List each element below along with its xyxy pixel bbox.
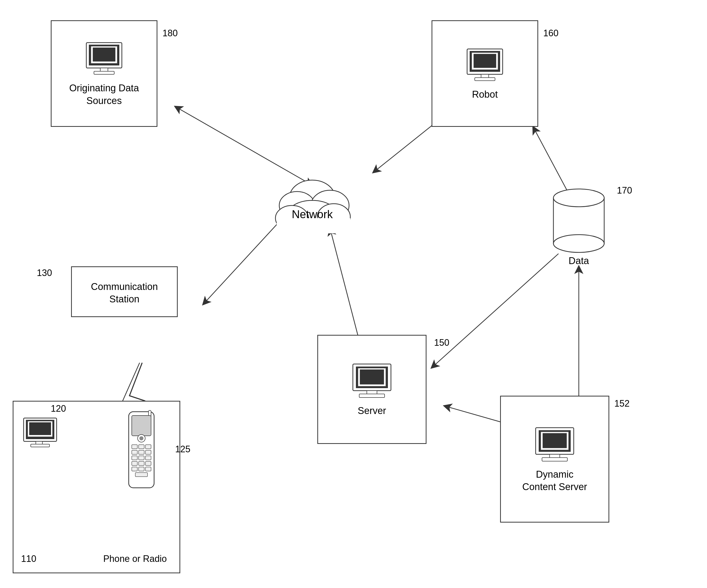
ref-125: 125 <box>175 444 191 454</box>
svg-rect-65 <box>132 462 137 466</box>
comm-station-node: CommunicationStation <box>71 266 178 317</box>
computer-icon-server <box>348 362 396 402</box>
svg-text:Network: Network <box>292 208 333 220</box>
svg-rect-69 <box>139 467 144 471</box>
svg-point-37 <box>553 189 604 207</box>
svg-rect-27 <box>475 78 495 81</box>
ref-180: 180 <box>163 28 178 39</box>
svg-rect-71 <box>135 473 147 477</box>
svg-point-12 <box>311 190 349 221</box>
svg-rect-53 <box>132 415 151 436</box>
svg-point-11 <box>279 191 315 219</box>
svg-rect-42 <box>542 457 567 461</box>
ref-152: 152 <box>614 398 630 409</box>
ref-130: 130 <box>37 268 52 278</box>
dynamic-label: DynamicContent Server <box>522 468 587 493</box>
computer-icon-robot <box>462 46 508 86</box>
dynamic-content-node: DynamicContent Server <box>500 396 609 522</box>
svg-rect-61 <box>145 450 151 454</box>
phone-icon <box>119 409 164 495</box>
svg-line-2 <box>203 208 292 304</box>
ref-120: 120 <box>51 403 66 414</box>
svg-rect-57 <box>139 445 144 449</box>
svg-rect-50 <box>29 422 51 435</box>
svg-rect-60 <box>139 450 144 454</box>
svg-rect-62 <box>132 456 137 460</box>
svg-point-10 <box>290 180 335 216</box>
svg-rect-16 <box>277 218 350 233</box>
svg-rect-64 <box>145 456 151 460</box>
originating-label: Originating DataSources <box>69 82 139 107</box>
phone-label: Phone or Radio <box>103 553 167 565</box>
svg-rect-29 <box>474 54 496 68</box>
svg-rect-58 <box>145 445 151 449</box>
svg-line-5 <box>432 254 559 368</box>
computer-icon-110 <box>21 417 62 451</box>
svg-point-13 <box>287 200 338 231</box>
svg-rect-21 <box>94 71 114 74</box>
computer-icon-dynamic <box>531 425 579 466</box>
desktop-110-label: 110 <box>21 553 36 565</box>
svg-rect-56 <box>132 445 137 449</box>
comm-station-label: CommunicationStation <box>91 281 158 306</box>
phone-120 <box>119 409 164 497</box>
data-icon <box>546 183 612 259</box>
ref-170: 170 <box>617 185 632 196</box>
svg-line-0 <box>175 107 312 185</box>
svg-rect-68 <box>132 467 137 471</box>
svg-rect-48 <box>31 444 49 447</box>
ref-160: 160 <box>543 28 559 39</box>
svg-rect-59 <box>132 450 137 454</box>
ref-150: 150 <box>434 337 449 348</box>
svg-rect-35 <box>360 370 384 384</box>
svg-point-15 <box>317 204 350 230</box>
svg-rect-67 <box>145 462 151 466</box>
server-node: Server <box>317 335 427 444</box>
svg-point-38 <box>553 235 604 252</box>
svg-rect-70 <box>145 467 151 471</box>
svg-point-14 <box>275 206 308 231</box>
svg-point-55 <box>139 436 143 440</box>
phone-desktop-node: 110 Phone or Radio <box>13 401 180 573</box>
svg-rect-23 <box>93 48 115 61</box>
robot-node: Robot <box>432 20 538 127</box>
svg-rect-66 <box>139 462 144 466</box>
svg-rect-33 <box>359 394 384 398</box>
svg-rect-44 <box>543 433 567 448</box>
data-node: Data <box>546 183 612 267</box>
svg-rect-63 <box>139 456 144 460</box>
robot-label: Robot <box>472 88 498 101</box>
originating-data-sources-node: Originating DataSources <box>51 20 158 127</box>
computer-icon-originating <box>81 40 127 79</box>
server-label: Server <box>358 405 386 417</box>
desktop-110 <box>21 417 62 452</box>
